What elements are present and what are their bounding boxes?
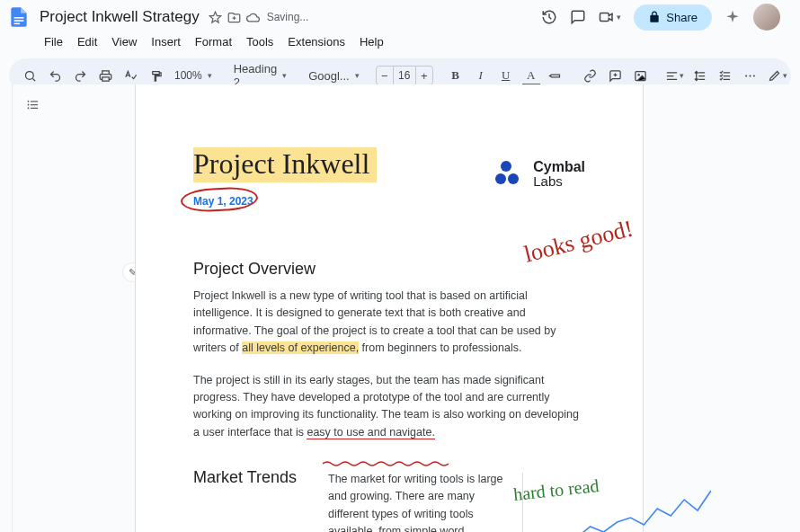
svg-point-10 (27, 103, 29, 105)
underlined-text: easy to use and navigate. (307, 426, 434, 439)
font-size-increase[interactable]: + (416, 69, 432, 83)
svg-point-5 (638, 74, 641, 76)
trends-paragraph[interactable]: The market for writing tools is large an… (328, 471, 508, 532)
gemini-icon[interactable] (724, 9, 741, 25)
saving-status: Saving... (267, 11, 309, 23)
font-size-decrease[interactable]: − (377, 69, 393, 83)
highlighted-text: all levels of experience, (242, 341, 359, 354)
font-size-value[interactable]: 16 (393, 66, 416, 84)
svg-point-9 (27, 100, 29, 102)
company-logo: CymbalLabs (495, 160, 585, 188)
move-icon[interactable] (227, 11, 241, 24)
menu-bar: File Edit View Insert Format Tools Exten… (0, 31, 800, 55)
docs-logo-icon[interactable] (7, 2, 31, 32)
document-page[interactable]: Project Inkwell May 1, 2023 CymbalLabs l… (135, 84, 644, 532)
menu-file[interactable]: File (38, 32, 69, 51)
svg-rect-0 (14, 17, 24, 19)
cloud-status-icon[interactable] (246, 11, 260, 24)
font-size-control[interactable]: − 16 + (376, 66, 433, 85)
menu-view[interactable]: View (105, 32, 143, 51)
doc-heading-title[interactable]: Project Inkwell (193, 147, 377, 182)
svg-point-3 (25, 71, 33, 79)
svg-point-6 (745, 75, 747, 76)
lock-icon (648, 11, 661, 23)
outline-toggle-button[interactable] (20, 92, 45, 117)
logo-mark-icon (495, 161, 526, 188)
menu-format[interactable]: Format (189, 32, 238, 51)
share-label: Share (666, 11, 698, 24)
document-title[interactable]: Project Inkwell Strategy (36, 7, 203, 27)
svg-point-7 (750, 75, 751, 76)
history-icon[interactable] (541, 9, 557, 25)
star-icon[interactable] (209, 11, 222, 24)
comments-icon[interactable] (570, 9, 586, 25)
account-avatar[interactable] (753, 4, 780, 31)
svg-point-8 (753, 75, 755, 76)
overview-paragraph-2[interactable]: The project is still in its early stages… (193, 372, 585, 442)
vertical-ruler[interactable] (0, 84, 13, 532)
hand-circle-annotation (180, 186, 258, 213)
hand-squiggle-annotation (323, 460, 449, 467)
svg-rect-1 (14, 20, 24, 22)
header-right: ▾ Share (541, 4, 791, 31)
workspace: ✎ Project Inkwell May 1, 2023 CymbalLabs… (0, 84, 800, 532)
svg-rect-2 (14, 23, 20, 25)
svg-point-11 (27, 107, 29, 109)
menu-tools[interactable]: Tools (240, 32, 280, 51)
doc-date[interactable]: May 1, 2023 (193, 195, 253, 208)
overview-paragraph-1[interactable]: Project Inkwell is a new type of writing… (193, 288, 585, 358)
menu-edit[interactable]: Edit (71, 32, 103, 51)
meet-icon[interactable]: ▾ (599, 9, 621, 25)
menu-help[interactable]: Help (353, 32, 390, 51)
share-button[interactable]: Share (634, 4, 712, 31)
title-bar: Project Inkwell Strategy Saving... ▾ Sha… (0, 0, 800, 31)
menu-extensions[interactable]: Extensions (281, 32, 351, 51)
menu-insert[interactable]: Insert (145, 32, 187, 51)
